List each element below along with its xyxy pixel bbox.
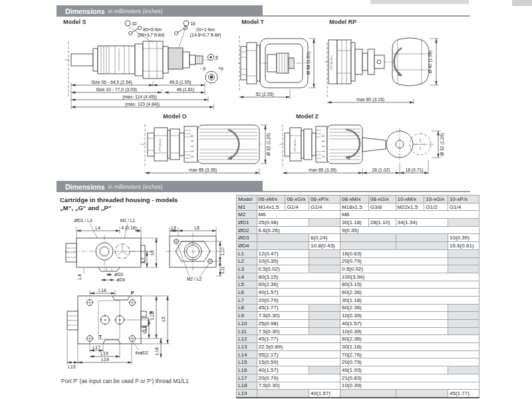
top-remnant-strip [370, 0, 469, 4]
table-row: L720(0.79)30(1.18) [237, 296, 479, 304]
dim-dia-40: Ø 40 (1.58) [428, 51, 433, 73]
model-z-label: Model Z [296, 113, 319, 120]
empty-cell [448, 219, 479, 227]
row-label: ØD3 [237, 234, 257, 242]
row-label: L18 [237, 382, 257, 390]
dim-l13: L13 [142, 326, 147, 334]
value-cell: 40(1.57) [257, 289, 340, 297]
housing-a-art: ØD1 / L3 M1 / L1 L4 4 (0.16) L7 [65, 218, 225, 282]
empty-cell [448, 257, 479, 265]
model-s-drawing: 32 80+5 Nm (59+3.7 ft-lbf) 16 20+1 Nm (1… [63, 17, 233, 116]
empty-cell [309, 304, 340, 312]
table-row: ØD26.6(0.26)9(0.35) [237, 226, 479, 234]
value-cell: 10(0.39) [340, 327, 448, 335]
value-cell: 30(1.18) [340, 296, 479, 304]
table-row: L560(2.36)80(3.15) [237, 281, 479, 289]
model-rp-art: VPP1-06-RP/xx Ø 40 (1.58) max 80 (3.15) [325, 38, 439, 104]
table-row: L117.5(0.30)10(0.39) [237, 327, 479, 335]
table-row: L1640(1.57)49(1.93) [237, 366, 479, 374]
port-p-label: P [131, 291, 134, 295]
table-row: L845(1.77)60(2.36) [237, 304, 479, 312]
dimensions-table-container: Model06-xM/x06-xG/x06-xP/x08-xM/x08-xG/x… [236, 195, 479, 398]
scale-digits: 2 1 0 9 8 [322, 134, 325, 158]
label-4xd2: 4xøD2 [135, 350, 148, 355]
empty-cell [340, 390, 396, 398]
dim-max123: (max. 123 (4.84)) [125, 102, 160, 107]
dim-size10: Size 10 - 77,0 (3.03) [96, 87, 137, 92]
table-row: L187.5(0.30)10(0.39) [237, 382, 479, 390]
minus-p: - p [200, 66, 205, 71]
column-header: 06-xG/x [285, 196, 309, 203]
value-cell: G1/2 [424, 203, 448, 211]
row-label: L13 [237, 343, 257, 351]
row-label: L5 [237, 281, 257, 289]
value-cell: 20(0.79) [257, 296, 340, 304]
plus-p: +p [218, 66, 223, 71]
table-row: L97.5(0.30)10(0.39) [237, 312, 479, 320]
value-cell: 25(0.98) [257, 219, 309, 227]
dim-l18: L18 [154, 347, 159, 355]
empty-cell [448, 366, 479, 374]
dim-l10: L10 [220, 247, 225, 255]
value-cell: 49(1.93) [340, 366, 448, 374]
row-label: L6 [237, 289, 257, 297]
row-label: L19 [237, 390, 257, 398]
table-row: L640(1.57)60(2.36) [237, 289, 479, 297]
model-code-text: VPP1-06-R/xx [159, 138, 162, 152]
row-label: ØD4 [237, 242, 257, 250]
section-title: Dimensions [65, 7, 105, 15]
dim-d4: øD4 [116, 277, 125, 282]
value-cell: 6.6(0.26) [257, 226, 340, 234]
dim-size06: Size 06 - 64,5 (2.54) [91, 80, 132, 85]
value-cell: 100(3.94) [340, 273, 479, 281]
value-cell: 25(0.98) [257, 320, 309, 328]
empty-cell [257, 234, 309, 242]
table-row: ØD410.8(0.43)15.6(0.61) [237, 242, 479, 250]
dim-l7: L7 [140, 257, 145, 263]
dim-l6: L6 [150, 250, 154, 255]
model-z-art: VPP1-06-R/xx 2 1 0 9 8 max 85 (3.35) 26 … [279, 124, 445, 175]
row-label: L3 [237, 265, 257, 273]
empty-cell [257, 242, 309, 250]
column-header: 10-xG/x [424, 196, 448, 203]
value-cell: 20(0.79) [340, 257, 448, 265]
empty-cell [309, 265, 340, 273]
value-cell: 21(0.83) [340, 374, 479, 382]
port-footnote: Port P’ (as input can be used P or P’) t… [61, 378, 189, 384]
dim-4-016: 4 (0.16) [121, 225, 136, 231]
value-cell: 6(0.24) [309, 234, 340, 242]
dim-max85: max 85 (3.35) [309, 168, 336, 173]
value-cell: 28(1.10) [368, 219, 396, 227]
empty-cell [309, 366, 340, 374]
empty-cell [448, 249, 479, 257]
table-header-row: Model06-xM/x06-xG/x06-xP/x08-xM/x08-xG/x… [237, 196, 479, 203]
dim-dia-38: Ø 38 (1.50) [306, 52, 311, 74]
dim-dia-32: Ø 32 (1.26) [440, 133, 445, 156]
section-header-dimensions-1: Dimensions in millimeters (inches) [57, 5, 263, 17]
dim-26: 26 (1.02) [372, 168, 390, 173]
model-t-drawing: Ø 38 (1.50) 52 (2.05) [238, 17, 319, 105]
column-header: 10-xP/x [448, 196, 479, 203]
dim-l11: L11 [220, 266, 225, 273]
top-remnant-corner [512, 0, 532, 6]
row-label: L10 [237, 320, 257, 328]
value-cell: 30(1.18) [340, 343, 479, 351]
empty-cell [340, 242, 396, 250]
value-cell: 80(3.15) [340, 281, 479, 289]
dim-l17: L17 [92, 345, 100, 350]
table-row: L30.5(0.02)0.5(0.02) [237, 265, 479, 273]
value-cell: 45(1.77) [257, 335, 340, 343]
housing-b-art: L16 P T P’ 4xøD2 L13 L12 [67, 288, 170, 369]
empty-cell [340, 234, 396, 242]
torque-1: 80+5 Nm [143, 27, 162, 32]
row-label: M2 [237, 211, 257, 219]
dim-max114: (max. 114 (4.49)) [122, 94, 157, 100]
model-o-art: VPP1-06-R/xx 2 1 0 9 8 Ø 32 (1.26) max 8… [140, 124, 271, 175]
empty-cell [448, 327, 479, 335]
dim-dia-32: Ø 32 (1.26) [266, 133, 271, 156]
model-code-text: VPP1-06-RP/xx [331, 55, 333, 70]
row-label: L4 [237, 273, 257, 281]
section-header-rule-1 [263, 5, 470, 17]
column-header: 10-xM/x [396, 196, 424, 203]
label-m1-l1: M1 / L1 [120, 218, 136, 223]
